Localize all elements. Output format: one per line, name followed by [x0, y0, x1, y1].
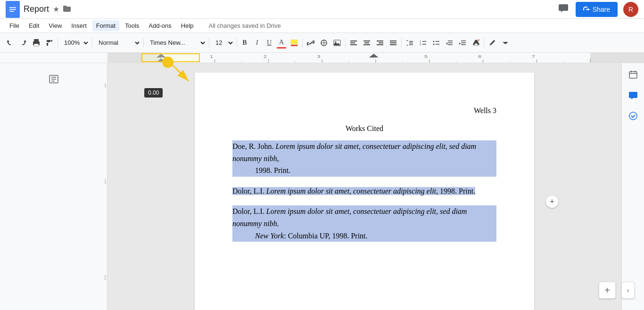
line-numbers: 1 1 2 3 4: [99, 80, 107, 310]
svg-rect-31: [409, 44, 413, 45]
redo-button[interactable]: [17, 36, 29, 49]
insert-link-button[interactable]: [305, 36, 317, 49]
outline-icon[interactable]: [45, 71, 62, 88]
toolbar-divider-7: [345, 38, 346, 48]
line-spacing-button[interactable]: [404, 36, 416, 49]
toolbar-more-button[interactable]: [499, 36, 512, 49]
citation-2-title: Lorem ipsum dolor sit amet, consectetuer…: [266, 187, 438, 195]
insert-special-button[interactable]: [318, 36, 330, 49]
citation-1-first-line: Doe, R. John. Lorem ipsum dolor sit amet…: [232, 140, 496, 164]
menu-addons[interactable]: Add-ons: [145, 20, 175, 31]
svg-rect-9: [34, 44, 39, 46]
svg-rect-19: [350, 44, 357, 45]
svg-rect-25: [377, 44, 383, 45]
svg-rect-43: [461, 41, 466, 41]
svg-rect-23: [377, 41, 383, 41]
menu-format[interactable]: Format: [92, 20, 119, 31]
yellow-circle-annotation: [162, 57, 173, 68]
italic-button[interactable]: I: [251, 36, 263, 49]
paragraph-style-select[interactable]: Normal Heading 1 Heading 2 Heading 3: [94, 36, 141, 49]
svg-rect-24: [379, 42, 383, 43]
decrease-indent-button[interactable]: [443, 36, 455, 49]
calendar-icon[interactable]: [626, 67, 641, 82]
avatar[interactable]: R: [623, 2, 638, 17]
comments-button[interactable]: [557, 1, 570, 17]
highlight-color-button[interactable]: [288, 36, 300, 49]
font-size-select[interactable]: 12 10 11 14: [211, 36, 235, 49]
edit-pen-button[interactable]: [486, 36, 498, 49]
citation-2-first-line: Dolor, L.I. Lorem ipsum dolor sit amet, …: [232, 187, 475, 195]
svg-text:2: 2: [264, 54, 267, 59]
svg-rect-34: [422, 41, 426, 42]
svg-rect-41: [448, 42, 453, 43]
svg-rect-51: [107, 53, 161, 63]
citation-3-continuation: New York: Columbia UP, 1998. Print.: [232, 230, 496, 242]
toolbar-divider-8: [401, 38, 402, 48]
menu-view[interactable]: View: [45, 20, 66, 31]
citation-2: Dolor, L.I. Lorem ipsum dolor sit amet, …: [232, 185, 496, 197]
bullet-list-button[interactable]: [430, 36, 442, 49]
svg-rect-20: [363, 41, 370, 41]
left-panel: 1 1 2 3 4: [0, 63, 107, 310]
expand-button[interactable]: ›: [621, 282, 635, 299]
citation-2-suffix: 1998. Print.: [440, 187, 475, 195]
ruler-svg: 1 2 3 4 5 6 7 ⊥: [107, 53, 644, 63]
toolbar-divider-4: [209, 38, 209, 48]
text-color-button[interactable]: A: [276, 36, 287, 49]
svg-text:6: 6: [478, 54, 481, 59]
justify-button[interactable]: [387, 36, 399, 49]
svg-rect-18: [350, 42, 355, 43]
menu-insert[interactable]: Insert: [67, 20, 91, 31]
print-button[interactable]: [30, 36, 42, 49]
menu-help[interactable]: Help: [177, 20, 198, 31]
align-right-button[interactable]: [374, 36, 386, 49]
share-button[interactable]: Share: [576, 2, 618, 17]
svg-rect-29: [409, 41, 413, 42]
menu-bar: File Edit View Insert Format Tools Add-o…: [0, 19, 644, 33]
font-select[interactable]: Times New...: [146, 36, 207, 49]
svg-text:2.: 2.: [420, 43, 422, 46]
menu-tools[interactable]: Tools: [121, 20, 143, 31]
svg-point-36: [433, 41, 435, 42]
citation-1-continuation: 1998. Print.: [232, 164, 496, 177]
svg-rect-28: [390, 44, 396, 45]
ruler-area: 0.00: [0, 53, 644, 63]
toolbar-divider-5: [237, 38, 237, 48]
bottom-add-button[interactable]: +: [599, 282, 616, 299]
align-left-button[interactable]: [347, 36, 360, 49]
check-circle-icon[interactable]: [626, 108, 641, 123]
folder-icon[interactable]: [63, 5, 71, 13]
svg-rect-44: [461, 42, 466, 43]
zoom-select[interactable]: 100%: [60, 36, 90, 49]
page-add-button[interactable]: +: [545, 195, 559, 208]
svg-rect-17: [350, 41, 357, 41]
citation-3-author: Dolor, L.I.: [232, 207, 264, 215]
svg-rect-11: [291, 45, 297, 46]
text-color-underline: [277, 47, 286, 49]
underline-button[interactable]: U: [264, 36, 275, 49]
svg-text:5: 5: [424, 54, 428, 59]
insert-image-button[interactable]: [331, 36, 343, 49]
align-center-button[interactable]: [361, 36, 373, 49]
doc-area[interactable]: Wells 3 Works Cited Doe, R. John. Lorem …: [107, 63, 621, 310]
right-sidebar: [621, 63, 644, 310]
svg-rect-3: [9, 11, 14, 12]
title-bar: Report ★ Share R: [0, 0, 644, 19]
bold-button[interactable]: B: [239, 36, 250, 49]
toolbar-divider-6: [302, 38, 303, 48]
svg-rect-85: [629, 72, 637, 78]
page-header: Wells 3: [232, 106, 496, 115]
ruler: 1 2 3 4 5 6 7 ⊥: [107, 53, 644, 63]
svg-rect-22: [363, 44, 370, 45]
undo-button[interactable]: [4, 36, 16, 49]
star-icon[interactable]: ★: [53, 5, 59, 14]
increase-indent-button[interactable]: [456, 36, 469, 49]
paint-format-button[interactable]: [43, 36, 56, 49]
numbered-list-button[interactable]: 1.2.: [417, 36, 429, 49]
clear-formatting-button[interactable]: [470, 36, 482, 49]
comment-icon[interactable]: [626, 88, 641, 103]
svg-rect-10: [291, 40, 297, 44]
save-status: All changes saved in Drive: [209, 22, 281, 29]
menu-edit[interactable]: Edit: [25, 20, 43, 31]
menu-file[interactable]: File: [6, 20, 23, 31]
